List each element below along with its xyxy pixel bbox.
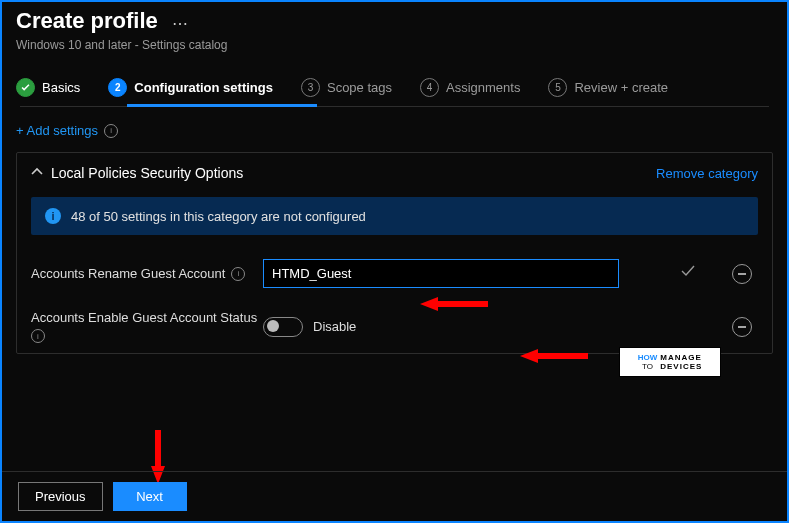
setting-label: Accounts Enable Guest Account Status bbox=[31, 310, 257, 325]
add-settings-label: + Add settings bbox=[16, 123, 98, 138]
category-panel: Local Policies Security Options Remove c… bbox=[16, 152, 773, 354]
watermark-text: TO bbox=[642, 362, 653, 371]
info-icon[interactable]: i bbox=[231, 267, 245, 281]
setting-row-enable-guest: Accounts Enable Guest Account Status i D… bbox=[31, 310, 758, 343]
setting-row-rename-guest: Accounts Rename Guest Account i bbox=[31, 259, 758, 288]
step-label: Review + create bbox=[574, 80, 668, 95]
info-icon: i bbox=[45, 208, 61, 224]
category-title: Local Policies Security Options bbox=[51, 165, 243, 181]
step-number-icon: 2 bbox=[108, 78, 127, 97]
remove-setting-button[interactable] bbox=[732, 317, 752, 337]
profile-create-page: Create profile ⋯ Windows 10 and later - … bbox=[0, 0, 789, 523]
step-number-icon: 5 bbox=[548, 78, 567, 97]
step-review-create[interactable]: 5 Review + create bbox=[548, 78, 668, 97]
setting-label: Accounts Rename Guest Account bbox=[31, 266, 225, 281]
page-subtitle: Windows 10 and later - Settings catalog bbox=[16, 38, 773, 52]
enable-guest-toggle[interactable] bbox=[263, 317, 303, 337]
add-settings-link[interactable]: + Add settings i bbox=[16, 123, 773, 138]
more-actions-icon[interactable]: ⋯ bbox=[172, 14, 188, 33]
info-icon[interactable]: i bbox=[104, 124, 118, 138]
active-step-underline bbox=[127, 104, 317, 107]
step-number-icon: 3 bbox=[301, 78, 320, 97]
step-label: Scope tags bbox=[327, 80, 392, 95]
step-label: Basics bbox=[42, 80, 80, 95]
toggle-state-label: Disable bbox=[313, 319, 356, 334]
category-toggle[interactable]: Local Policies Security Options bbox=[31, 165, 243, 181]
step-number-icon: 4 bbox=[420, 78, 439, 97]
banner-text: 48 of 50 settings in this category are n… bbox=[71, 209, 366, 224]
remove-setting-button[interactable] bbox=[732, 264, 752, 284]
wizard-steps: Basics 2 Configuration settings 3 Scope … bbox=[16, 78, 773, 97]
page-title: Create profile bbox=[16, 8, 158, 34]
check-icon bbox=[16, 78, 35, 97]
next-button[interactable]: Next bbox=[113, 482, 187, 511]
step-assignments[interactable]: 4 Assignments bbox=[420, 78, 520, 97]
watermark-text: HOW bbox=[638, 353, 658, 362]
info-icon[interactable]: i bbox=[31, 329, 45, 343]
step-label: Assignments bbox=[446, 80, 520, 95]
previous-button[interactable]: Previous bbox=[18, 482, 103, 511]
watermark-text: DEVICES bbox=[660, 362, 702, 371]
category-info-banner: i 48 of 50 settings in this category are… bbox=[31, 197, 758, 235]
rename-guest-input[interactable] bbox=[263, 259, 619, 288]
remove-category-link[interactable]: Remove category bbox=[656, 166, 758, 181]
watermark-text: MANAGE bbox=[660, 353, 702, 362]
watermark-logo: HOW TO MANAGE DEVICES bbox=[619, 347, 721, 377]
check-icon bbox=[680, 264, 696, 281]
wizard-footer: Previous Next bbox=[2, 471, 787, 521]
step-scope-tags[interactable]: 3 Scope tags bbox=[301, 78, 392, 97]
step-basics[interactable]: Basics bbox=[16, 78, 80, 97]
step-label: Configuration settings bbox=[134, 80, 273, 95]
toggle-knob-icon bbox=[267, 320, 279, 332]
step-configuration-settings[interactable]: 2 Configuration settings bbox=[108, 78, 273, 97]
chevron-up-icon bbox=[31, 166, 43, 180]
